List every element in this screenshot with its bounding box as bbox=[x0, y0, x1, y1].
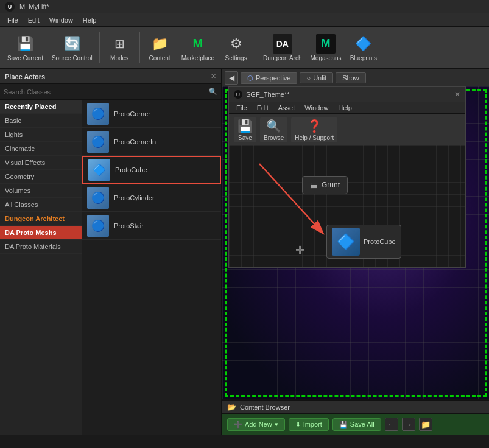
actors-content: Recently Placed Basic Lights Cinematic V… bbox=[0, 100, 221, 435]
nav-forward-button[interactable]: → bbox=[402, 418, 415, 431]
actor-name-proto-stair: ProtoStair bbox=[114, 222, 144, 229]
save-icon: 💾 bbox=[15, 34, 35, 54]
place-actors-header: Place Actors ✕ bbox=[0, 69, 221, 84]
save-all-button[interactable]: 💾 Save All bbox=[332, 418, 381, 431]
list-item-proto-cube[interactable]: 🔷 ProtoCube bbox=[82, 156, 221, 184]
sidebar-item-recently-placed[interactable]: Recently Placed bbox=[0, 100, 82, 114]
modes-button[interactable]: ⊞ Modes bbox=[103, 29, 136, 66]
svg-line-1 bbox=[259, 164, 323, 234]
unlit-icon: ○ bbox=[306, 74, 311, 82]
content-browser-icon: 📂 bbox=[227, 403, 236, 411]
sidebar-item-volumes[interactable]: Volumes bbox=[0, 184, 82, 198]
settings-button[interactable]: ⚙ Settings bbox=[219, 29, 253, 66]
list-item[interactable]: 🔵 ProtoStair bbox=[82, 212, 221, 240]
viewport-perspective-button[interactable]: ⬡ Perspective bbox=[241, 72, 297, 84]
actor-thumb-proto-cube: 🔷 bbox=[88, 159, 110, 181]
main-toolbar: 💾 Save Current 🔄 Source Control ⊞ Modes … bbox=[0, 27, 489, 69]
window-title: M_MyLift* bbox=[19, 3, 49, 10]
blueprints-icon: 🔷 bbox=[354, 34, 373, 54]
actors-list: 🔵 ProtoCorner 🔵 ProtoCornerIn 🔷 ProtoCub… bbox=[82, 100, 221, 435]
inner-menu-help[interactable]: Help bbox=[333, 103, 357, 113]
save-current-button[interactable]: 💾 Save Current bbox=[4, 29, 47, 66]
list-item[interactable]: 🔵 ProtoCornerIn bbox=[82, 128, 221, 156]
nav-back-button[interactable]: ← bbox=[385, 418, 398, 431]
import-button[interactable]: ⬇ Import bbox=[289, 418, 329, 431]
sidebar-item-visual-effects[interactable]: Visual Effects bbox=[0, 156, 82, 170]
inner-window-title: SGF_Theme** bbox=[246, 91, 451, 98]
settings-icon: ⚙ bbox=[227, 34, 246, 54]
toolbar-separator bbox=[99, 32, 100, 63]
inner-save-icon: 💾 bbox=[237, 119, 253, 133]
sidebar-item-dungeon-architect[interactable]: Dungeon Architect bbox=[0, 212, 82, 226]
place-actors-title: Place Actors bbox=[5, 73, 45, 80]
dungeon-arch-button[interactable]: DA Dungeon Arch bbox=[259, 29, 305, 66]
sidebar-item-all-classes[interactable]: All Classes bbox=[0, 198, 82, 212]
viewport-show-button[interactable]: Show bbox=[336, 72, 366, 83]
add-new-button[interactable]: ➕ Add New ▾ bbox=[227, 418, 285, 431]
actor-thumb-proto-cylinder: 🔵 bbox=[87, 187, 109, 209]
title-bar: U M_MyLift* bbox=[0, 0, 489, 13]
actor-name-proto-corner-in: ProtoCornerIn bbox=[114, 138, 156, 145]
menu-file[interactable]: File bbox=[2, 15, 23, 25]
inner-save-button[interactable]: 💾 Save bbox=[234, 117, 256, 142]
search-bar: 🔍 bbox=[0, 84, 221, 100]
sidebar-item-lights[interactable]: Lights bbox=[0, 128, 82, 142]
sidebar-item-da-proto-materials[interactable]: DA Proto Materials bbox=[0, 240, 82, 254]
list-item[interactable]: 🔵 ProtoCorner bbox=[82, 100, 221, 128]
actor-name-proto-cube: ProtoCube bbox=[115, 166, 147, 173]
megascans-icon: M bbox=[316, 34, 336, 54]
grunt-node-icon: ▤ bbox=[310, 180, 318, 190]
actor-thumb-proto-stair: 🔵 bbox=[87, 215, 109, 237]
inner-help-support-button[interactable]: ❓ Help / Support bbox=[291, 117, 337, 142]
blueprints-button[interactable]: 🔷 Blueprints bbox=[347, 29, 381, 66]
content-browser: 📂 Content Browser ➕ Add New ▾ ⬇ Import 💾… bbox=[222, 399, 489, 435]
inner-menu-edit[interactable]: Edit bbox=[252, 103, 273, 113]
blueprint-canvas: ▤ Grunt 🔷 ProtoCube bbox=[229, 145, 465, 267]
grunt-node: ▤ Grunt bbox=[302, 176, 348, 194]
inner-browse-icon: 🔍 bbox=[266, 119, 281, 133]
sidebar-item-geometry[interactable]: Geometry bbox=[0, 170, 82, 184]
sidebar-item-da-proto-meshs[interactable]: DA Proto Meshs bbox=[0, 226, 82, 240]
nav-folder-button[interactable]: 📁 bbox=[419, 418, 432, 431]
actor-thumb-proto-corner: 🔵 bbox=[87, 103, 109, 125]
place-actors-close[interactable]: ✕ bbox=[211, 72, 216, 80]
source-control-button[interactable]: 🔄 Source Control bbox=[48, 29, 96, 66]
inner-close-button[interactable]: ✕ bbox=[454, 90, 460, 99]
menu-bar: File Edit Window Help bbox=[0, 13, 489, 27]
protocube-node-label: ProtoCube bbox=[364, 238, 396, 245]
viewport-unlit-button[interactable]: ○ Unlit bbox=[300, 72, 333, 83]
content-icon: 📁 bbox=[150, 34, 169, 54]
inner-menu-asset[interactable]: Asset bbox=[273, 103, 300, 113]
marketplace-icon: M bbox=[188, 34, 208, 54]
menu-window[interactable]: Window bbox=[44, 15, 78, 25]
menu-help[interactable]: Help bbox=[78, 15, 102, 25]
marketplace-button[interactable]: M Marketplace bbox=[178, 29, 218, 66]
viewport-toolbar: ◀ ⬡ Perspective ○ Unlit Show bbox=[222, 69, 489, 86]
inner-menu-file[interactable]: File bbox=[231, 103, 252, 113]
viewport-arrow-left[interactable]: ◀ bbox=[225, 71, 238, 85]
actor-thumb-proto-corner-in: 🔵 bbox=[87, 131, 109, 153]
content-browser-toolbar: ➕ Add New ▾ ⬇ Import 💾 Save All ← → 📁 bbox=[222, 414, 489, 435]
left-panel: Place Actors ✕ 🔍 Recently Placed Basic L… bbox=[0, 69, 222, 435]
viewport-background: U SGF_Theme** ✕ File Edit Asset Window H… bbox=[222, 86, 489, 399]
inner-browse-button[interactable]: 🔍 Browse bbox=[260, 117, 287, 142]
add-new-dropdown-icon: ▾ bbox=[275, 421, 278, 429]
search-icon: 🔍 bbox=[209, 88, 217, 96]
sidebar-item-cinematic[interactable]: Cinematic bbox=[0, 142, 82, 156]
save-all-icon: 💾 bbox=[339, 421, 348, 429]
protocube-node: 🔷 ProtoCube bbox=[326, 225, 401, 259]
list-item[interactable]: 🔵 ProtoCylinder bbox=[82, 184, 221, 212]
menu-edit[interactable]: Edit bbox=[23, 15, 44, 25]
actors-sidebar: Recently Placed Basic Lights Cinematic V… bbox=[0, 100, 82, 435]
dungeon-arch-icon: DA bbox=[273, 34, 292, 54]
source-control-icon: 🔄 bbox=[62, 34, 82, 54]
content-button[interactable]: 📁 Content bbox=[143, 29, 177, 66]
sidebar-item-basic[interactable]: Basic bbox=[0, 114, 82, 128]
search-input[interactable] bbox=[4, 88, 206, 96]
inner-menu-window[interactable]: Window bbox=[300, 103, 333, 113]
modes-icon: ⊞ bbox=[110, 34, 129, 54]
ue-logo: U bbox=[5, 2, 15, 12]
megascans-button[interactable]: M Megascans bbox=[306, 29, 345, 66]
inner-window-title-bar: U SGF_Theme** ✕ bbox=[229, 87, 465, 102]
viewport[interactable]: U SGF_Theme** ✕ File Edit Asset Window H… bbox=[222, 86, 489, 399]
